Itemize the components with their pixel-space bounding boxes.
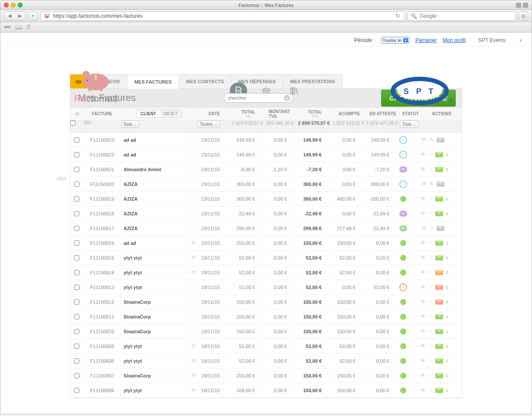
status-dot-icon[interactable]: [400, 314, 406, 320]
forward-button[interactable]: ▶: [15, 12, 25, 20]
status-dot-icon[interactable]: [400, 240, 406, 246]
row-checkbox[interactable]: [74, 137, 79, 143]
table-row[interactable]: F11150619AZIZA23/11/15300,00 €0,00 €300,…: [70, 192, 462, 206]
browser-menu-button[interactable]: ◎: [519, 11, 528, 21]
status-ring-icon[interactable]: ✓: [399, 136, 407, 144]
row-checkbox[interactable]: [74, 388, 79, 393]
view-icon[interactable]: 👁: [421, 136, 427, 143]
view-icon[interactable]: 👁: [420, 240, 426, 246]
grid-icon[interactable]: ⠿: [26, 24, 31, 30]
mon-profil-link[interactable]: Mon profil: [443, 37, 466, 43]
mail-icon[interactable]: [435, 388, 443, 393]
table-row[interactable]: F11150622ad ad23/11/15149,99 €0,00 €149,…: [70, 147, 462, 162]
client-name[interactable]: AZIZA: [121, 192, 189, 206]
mail-icon[interactable]: [435, 240, 443, 246]
view-icon[interactable]: 👁: [420, 358, 426, 364]
column-facture[interactable]: FACTURE: [83, 107, 121, 120]
row-checkbox[interactable]: [74, 182, 79, 187]
mail-icon[interactable]: [435, 196, 443, 202]
row-checkbox[interactable]: [74, 373, 79, 378]
view-icon[interactable]: 👁: [420, 195, 426, 202]
mail-icon[interactable]: [437, 137, 444, 143]
column-total-ttc[interactable]: TOTALTTC: [297, 107, 332, 120]
select-all-checkbox[interactable]: [70, 120, 75, 126]
client-name[interactable]: AZIZA: [121, 206, 189, 221]
edit-icon[interactable]: ✎: [428, 255, 433, 261]
status-dot-icon[interactable]: [400, 255, 406, 261]
edit-icon[interactable]: ✎: [428, 152, 433, 158]
add-tab-button[interactable]: +: [28, 12, 38, 20]
view-icon[interactable]: 👁: [420, 151, 426, 158]
mail-icon[interactable]: [435, 167, 443, 172]
parrainer-link[interactable]: Parrainer: [415, 37, 437, 43]
column-acompte[interactable]: ACOMPTE: [332, 107, 366, 120]
client-name[interactable]: ytyt ytyt: [121, 339, 189, 353]
edit-icon[interactable]: ✎: [428, 358, 433, 364]
glasses-icon[interactable]: 👓: [4, 24, 11, 30]
edit-icon[interactable]: ✎: [428, 270, 433, 276]
edit-icon[interactable]: ✎: [428, 343, 433, 349]
mail-icon[interactable]: [435, 152, 443, 157]
edit-icon[interactable]: ✎: [428, 211, 433, 217]
row-checkbox[interactable]: [74, 167, 79, 172]
client-name[interactable]: AZIZA: [121, 177, 189, 191]
column-attente[interactable]: EN ATTENTE: [366, 107, 400, 120]
view-icon[interactable]: 👁: [420, 284, 426, 290]
edit-icon[interactable]: ✎: [430, 137, 434, 143]
client-name[interactable]: ad ad: [121, 133, 189, 147]
client-filter-select[interactable]: Tous: [121, 120, 139, 128]
status-dot-icon[interactable]: [400, 373, 406, 379]
url-bar[interactable]: 🐷 ↻: [40, 11, 405, 21]
edit-icon[interactable]: ✎: [428, 373, 433, 379]
mail-icon[interactable]: [435, 329, 443, 334]
view-icon[interactable]: 👁: [421, 225, 427, 231]
status-filter-select[interactable]: Tous: [400, 120, 418, 128]
row-checkbox[interactable]: [74, 226, 79, 231]
status-ring-icon[interactable]: ✓: [399, 151, 407, 159]
mail-icon[interactable]: [435, 211, 443, 216]
mail-icon[interactable]: [435, 344, 443, 349]
tab-factures[interactable]: MES FACTURES: [127, 75, 179, 89]
row-checkbox[interactable]: [74, 240, 79, 246]
table-row[interactable]: F11150623ad ad23/11/15149,99 €0,00 €149,…: [70, 133, 462, 147]
table-row[interactable]: F11150611SinatraCorp18/11/15150,00 €0,00…: [70, 309, 462, 324]
client-name[interactable]: ytyt ytyt: [121, 383, 189, 397]
table-row[interactable]: F11150615ytyt ytyt⟳18/11/1552,00 €0,00 €…: [70, 250, 462, 265]
table-row[interactable]: F11150618AZIZA23/11/15-22,49 €0,00 €-22,…: [70, 206, 462, 221]
column-client[interactable]: CLIENTOBJET: [121, 107, 197, 120]
row-checkbox[interactable]: [74, 299, 79, 305]
window-minimize-button[interactable]: [11, 3, 16, 7]
column-total-ht[interactable]: TOTALHT: [231, 107, 266, 120]
client-name[interactable]: SinatraCorp: [121, 309, 189, 324]
view-icon[interactable]: 👁: [420, 254, 426, 261]
row-checkbox[interactable]: [74, 211, 79, 216]
search-box[interactable]: ✕: [224, 93, 293, 103]
edit-icon[interactable]: ✎: [428, 387, 433, 393]
row-checkbox[interactable]: [74, 152, 79, 157]
table-row[interactable]: F11150606ytyt ytyt⟳18/11/15104,00 €0,00 …: [70, 383, 462, 398]
row-checkbox[interactable]: [74, 270, 79, 275]
column-date[interactable]: DATE: [197, 107, 231, 120]
table-row[interactable]: F11150616ad ad⟳22/11/15150,00 €0,00 €150…: [70, 236, 462, 250]
back-button[interactable]: ◀: [4, 12, 15, 20]
column-tva[interactable]: MONTANT TVA: [265, 107, 297, 120]
row-checkbox[interactable]: [74, 285, 79, 290]
client-name[interactable]: SinatraCorp: [121, 295, 189, 309]
view-icon[interactable]: 👁: [420, 269, 426, 276]
client-name[interactable]: ytyt ytyt: [121, 280, 189, 294]
table-row[interactable]: F11150617AZIZA23/11/15299,98 €0,00 €299,…: [70, 221, 462, 236]
row-checkbox[interactable]: [74, 314, 79, 319]
mail-icon[interactable]: [435, 299, 443, 305]
edit-icon[interactable]: ✎: [428, 196, 433, 202]
table-row[interactable]: F11150610SinatraCorp18/11/15150,00 €0,00…: [70, 324, 462, 339]
client-name[interactable]: SinatraCorp: [121, 368, 189, 383]
status-pill-icon[interactable]: AV: [399, 166, 407, 172]
edit-icon[interactable]: ✎: [428, 284, 433, 290]
search-input[interactable]: [228, 95, 289, 101]
client-name[interactable]: ad ad: [121, 147, 189, 162]
status-dot-icon[interactable]: [400, 299, 406, 305]
client-name[interactable]: ytyt ytyt: [121, 354, 189, 368]
edit-icon[interactable]: ✎: [428, 328, 433, 335]
table-row[interactable]: F11150609ytyt ytyt⟳18/11/1552,00 €0,00 €…: [70, 339, 462, 354]
edit-icon[interactable]: ✎: [428, 240, 433, 246]
